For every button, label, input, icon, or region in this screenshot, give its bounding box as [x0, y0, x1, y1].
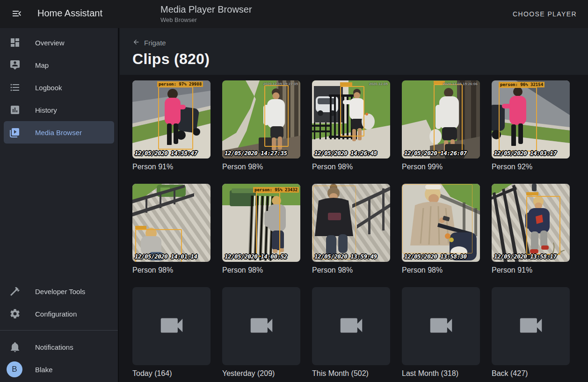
clip-timestamp: 12/05/2020 14:03:17 — [494, 150, 557, 157]
panel-subtitle: Web Browser — [160, 16, 252, 23]
sidebar-item-notifications[interactable]: Notifications — [4, 336, 114, 358]
video-icon — [427, 311, 456, 342]
clip-timestamp: 12/05/2020 13:58:30 — [404, 253, 467, 260]
clip-card[interactable]: 12/05/2020 14:01:14 Person 98% — [132, 184, 211, 277]
folder-thumbnail[interactable] — [132, 287, 211, 365]
choose-player-button[interactable]: CHOOSE PLAYER — [509, 7, 581, 22]
sidebar-top-group: Overview Map Logbook History Media Brows… — [0, 31, 118, 144]
clip-caption: Person 99% — [402, 163, 480, 173]
sidebar-item-label: Configuration — [35, 310, 77, 318]
clip-card[interactable]: person: 95% 23432 12/05/2020 14:00:52 Pe… — [222, 184, 300, 277]
detection-bbox — [434, 84, 463, 153]
folder-card-yesterday[interactable]: Yesterday (209) — [222, 287, 300, 380]
folder-card-last-month[interactable]: Last Month (318) — [402, 287, 480, 380]
sidebar-item-map[interactable]: Map — [4, 54, 114, 76]
breadcrumb-back[interactable]: Frigate — [132, 38, 166, 47]
view-dashboard-icon — [9, 37, 21, 48]
clip-caption: Person 91% — [132, 163, 211, 173]
tooltip-account-icon — [9, 59, 21, 71]
sidebar-item-label: History — [35, 106, 57, 114]
detection-bbox — [499, 87, 537, 151]
breadcrumb-label: Frigate — [144, 39, 166, 47]
clip-thumbnail[interactable]: 2020.12.05 12/05/2020 14:26:48 — [312, 80, 390, 159]
clip-card[interactable]: person: 96% 32154 12/05/2020 14:03:17 Pe… — [492, 80, 570, 173]
sidebar-item-label: Media Browser — [35, 129, 82, 137]
video-icon — [157, 311, 186, 342]
sidebar-item-configuration[interactable]: Configuration — [4, 303, 114, 325]
folder-card-this-month[interactable]: This Month (502) — [312, 287, 390, 380]
clip-caption: Person 92% — [492, 163, 570, 173]
clip-caption: Person 98% — [222, 163, 300, 173]
avatar: B — [7, 361, 22, 377]
clip-card[interactable]: person: 97% 29988 12/05/2020 14:38:47 Pe… — [132, 80, 211, 173]
clip-card[interactable]: 12/05/2020 13:58:30 Person 98% — [402, 184, 480, 277]
detection-bbox — [340, 86, 364, 137]
app-title: Home Assistant — [37, 8, 102, 19]
folder-thumbnail[interactable] — [222, 287, 300, 365]
clip-timestamp: 12/05/2020 14:26:07 — [404, 150, 467, 157]
sidebar-toggle-button[interactable] — [6, 3, 28, 25]
sidebar-item-label: Map — [35, 61, 49, 69]
play-box-multiple-icon — [9, 127, 21, 138]
detection-label: person: 96% 32154 — [499, 82, 544, 87]
camera-osd-timestamp: 2020.12.05 — [369, 82, 388, 86]
clip-thumbnail[interactable]: person: 95% 23432 12/05/2020 14:00:52 — [222, 184, 300, 262]
clip-card[interactable]: 12/05/2020 13:59:49 Person 98% — [312, 184, 390, 277]
folder-thumbnail[interactable] — [402, 287, 480, 365]
sidebar-item-overview[interactable]: Overview — [4, 31, 114, 54]
sidebar-bottom-group: Developer Tools Configuration Notificati… — [0, 280, 118, 381]
sidebar-item-label: Logbook — [35, 84, 62, 92]
video-icon — [516, 311, 545, 342]
clip-card[interactable]: 12/05/2020 13:58:17 Person 91% — [492, 184, 570, 277]
clip-caption: Person 98% — [312, 266, 390, 277]
sidebar-item-developer-tools[interactable]: Developer Tools — [4, 280, 114, 303]
clip-timestamp: 12/05/2020 14:00:52 — [225, 253, 287, 260]
folder-card-back[interactable]: Back (427) — [492, 287, 570, 380]
app-header: Home Assistant Media Player Browser Web … — [0, 0, 588, 28]
clip-caption: Person 98% — [222, 266, 300, 277]
sidebar-item-label: Notifications — [35, 343, 73, 351]
clip-thumbnail[interactable]: 2020.12.05 15:27:35 12/05/2020 14:27:35 — [222, 80, 300, 159]
sidebar-item-label: Developer Tools — [35, 288, 85, 296]
folder-card-today[interactable]: Today (164) — [132, 287, 211, 380]
clip-thumbnail[interactable]: 12/05/2020 13:58:17 — [492, 184, 570, 262]
video-icon — [337, 311, 366, 342]
sidebar-item-logbook[interactable]: Logbook — [4, 76, 114, 99]
clip-caption: Person 98% — [312, 163, 390, 173]
clip-thumbnail[interactable]: 12/05/2020 13:58:30 — [402, 184, 480, 262]
media-grid: person: 97% 29988 12/05/2020 14:38:47 Pe… — [120, 75, 588, 380]
panel-header: Media Player Browser Web Browser — [160, 4, 252, 23]
folder-label: Back (427) — [492, 369, 570, 380]
sidebar: Overview Map Logbook History Media Brows… — [0, 28, 119, 382]
menu-open-icon — [11, 8, 22, 21]
content-header: Frigate Clips (820) — [120, 28, 588, 75]
clip-timestamp: 12/05/2020 14:27:35 — [225, 150, 287, 157]
sidebar-item-user[interactable]: B Blake — [4, 358, 114, 381]
clip-timestamp: 12/05/2020 13:58:17 — [494, 253, 557, 260]
clip-thumbnail[interactable]: person: 97% 29988 12/05/2020 14:38:47 — [132, 80, 211, 159]
folder-label: Yesterday (209) — [222, 369, 300, 380]
clip-card[interactable]: 2020.12.05 15:26:06 12/05/2020 14:26:07 … — [402, 80, 480, 173]
detection-label: person: 97% 29988 — [157, 81, 203, 87]
clip-caption: Person 91% — [492, 266, 570, 277]
sidebar-item-media-browser[interactable]: Media Browser — [4, 121, 114, 144]
sidebar-item-history[interactable]: History — [4, 99, 114, 121]
clip-thumbnail[interactable]: 12/05/2020 13:59:49 — [312, 184, 390, 262]
clip-thumbnail[interactable]: 2020.12.05 15:26:06 12/05/2020 14:26:07 — [402, 80, 480, 159]
clip-timestamp: 12/05/2020 13:59:49 — [314, 253, 377, 260]
detection-bbox — [402, 184, 472, 253]
sidebar-item-label: Overview — [35, 39, 65, 47]
clip-card[interactable]: 2020.12.05 15:27:35 12/05/2020 14:27:35 … — [222, 80, 300, 173]
clip-thumbnail[interactable]: 12/05/2020 14:01:14 — [132, 184, 211, 262]
hammer-icon — [9, 286, 21, 297]
media-browser-panel: Frigate Clips (820) — [120, 28, 588, 382]
clip-thumbnail[interactable]: person: 96% 32154 12/05/2020 14:03:17 — [492, 80, 570, 159]
folder-thumbnail[interactable] — [312, 287, 390, 365]
bell-icon — [9, 341, 21, 353]
detection-bbox — [526, 196, 560, 255]
folder-thumbnail[interactable] — [492, 287, 570, 365]
user-name: Blake — [35, 366, 53, 374]
format-list-bulleted-icon — [9, 82, 21, 93]
clip-card[interactable]: 2020.12.05 12/05/2020 14:26:48 Person 98… — [312, 80, 390, 173]
folder-label: This Month (502) — [312, 369, 390, 380]
